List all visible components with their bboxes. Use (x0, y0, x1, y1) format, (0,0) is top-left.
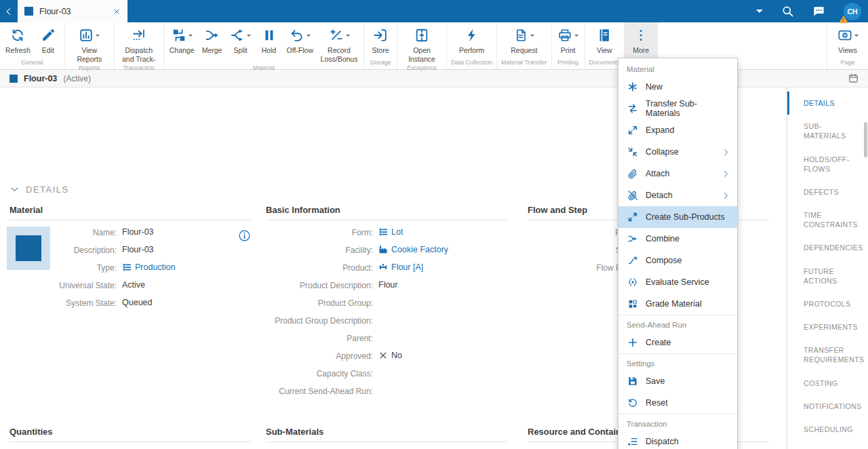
menu-item[interactable]: Create Sub-Products (618, 206, 737, 228)
viewdoc-icon (597, 28, 612, 43)
menu-item[interactable]: Grade Material (618, 293, 737, 315)
menu-section: Material New Transfer Sub-Materials (618, 60, 737, 315)
sidebar-item[interactable]: SCHEDULING (787, 418, 868, 441)
toolbar-button[interactable]: Perform (456, 22, 488, 55)
tab-flour-03[interactable]: Flour-03 (18, 0, 127, 22)
save-icon (627, 376, 638, 387)
menu-item[interactable]: Reset (618, 392, 737, 414)
toolbar-button[interactable]: Record Loss/Bonus (317, 22, 361, 63)
store-icon (373, 28, 388, 43)
toolbar-button-label: View Reports (71, 46, 108, 63)
panel-title: Sub-Materials (266, 427, 507, 442)
toolbar-button[interactable]: Store (366, 22, 395, 55)
toolbar-group: Views Page (827, 22, 868, 69)
lossbonus-icon (329, 28, 344, 43)
panel-material: Material Name: Flour-03 Description: (9, 205, 251, 315)
field-label: Product Group: (266, 297, 373, 309)
field-value[interactable]: Production (122, 262, 176, 272)
menu-item[interactable]: Save (618, 370, 737, 392)
sidebar-item[interactable]: MAPS (787, 441, 868, 449)
avatar[interactable]: CH ! (844, 3, 861, 20)
menu-item[interactable]: Combine (618, 228, 737, 250)
sidebar-item[interactable]: FUTURE ACTIONS (787, 260, 868, 292)
toolbar-button[interactable]: Off-Flow (283, 22, 317, 55)
menu-item[interactable]: Compose (618, 250, 737, 271)
subproducts-icon (627, 212, 638, 222)
toolbar-button[interactable]: View Reports (67, 22, 112, 63)
toolbar-button[interactable]: Split (226, 22, 255, 55)
field-value[interactable]: Cookie Factory (378, 244, 448, 254)
field-row: System State: Queued (9, 297, 251, 315)
menu-item-label: Create Sub-Products (646, 212, 725, 222)
toolbar-button[interactable]: Merge (198, 22, 226, 55)
chat-icon[interactable] (812, 5, 825, 18)
toolbar-button[interactable]: More (627, 22, 655, 55)
field-value[interactable]: Lot (378, 227, 403, 237)
info-icon[interactable] (238, 229, 251, 242)
field-label: Facility: (266, 244, 373, 256)
dropdown-caret-icon (96, 35, 100, 39)
toolbar-button-label: Merge (202, 46, 222, 55)
sidebar-item[interactable]: HOLDS/OFF-FLOWS (787, 148, 868, 180)
field-row: Product Description: Flour (266, 279, 507, 297)
sidebar-item[interactable]: DEPENDENCIES (787, 236, 868, 259)
calendar-icon[interactable] (848, 73, 859, 83)
toolbar-button[interactable]: Open Instance (399, 22, 444, 63)
details-section-toggle[interactable]: DETAILS (9, 184, 69, 195)
field-label: Product Description: (266, 279, 373, 291)
sidebar-item[interactable]: NOTIFICATIONS (787, 395, 868, 418)
toolbar-button[interactable]: View (590, 22, 618, 55)
back-button[interactable] (0, 0, 18, 22)
field-label: Form: (266, 227, 373, 238)
search-icon[interactable] (781, 5, 794, 18)
menu-item[interactable]: Evaluate Service (618, 271, 737, 293)
menu-section-header: Transaction (618, 414, 737, 431)
dropdown-caret-icon (307, 35, 311, 39)
toolbar-button[interactable]: Change (166, 22, 198, 55)
pencil-icon (41, 28, 56, 43)
sidebar-item[interactable]: DEFECTS (787, 180, 868, 203)
dispatchlist-icon (627, 436, 638, 447)
toolbar-group: Refresh Edit General (0, 22, 65, 69)
refresh-icon (10, 28, 25, 43)
menu-item[interactable]: Attach (618, 163, 737, 184)
toolbar-button[interactable]: Dispatch and Track- (117, 22, 161, 63)
toolbar-button[interactable]: Hold (255, 22, 283, 55)
field-row: Parent: (266, 332, 507, 350)
menu-item[interactable]: Collapse (618, 141, 737, 163)
close-tab-icon[interactable] (113, 7, 121, 16)
entity-state: (Active) (63, 74, 91, 83)
sidebar-item[interactable]: EXPERIMENTS (787, 315, 868, 338)
sidebar-item[interactable]: TIME CONSTRAINTS (787, 203, 868, 236)
sidebar-item[interactable]: DETAILS (787, 92, 868, 115)
menu-item[interactable]: Dispatch (618, 431, 737, 449)
sidebar-item[interactable]: SUB-MATERIALS (787, 115, 868, 147)
field-value[interactable]: Flour [A] (378, 262, 423, 272)
openinstance-icon (414, 28, 429, 43)
sidebar-item[interactable]: TRANSFER REQUIREMENTS (787, 338, 868, 371)
menu-item[interactable]: New (618, 76, 737, 98)
field-label: Universal State: (9, 279, 117, 291)
toolbar-button-label: Views (838, 46, 857, 55)
toolbar-button[interactable]: Views (833, 22, 862, 55)
menu-item[interactable]: Create (618, 332, 737, 353)
toolbar-button[interactable]: Print (554, 22, 583, 55)
menu-item-label: Combine (646, 234, 679, 243)
menu-section: Transaction Dispatch (618, 414, 737, 449)
sidebar-scrollbar[interactable] (864, 122, 867, 157)
collapse-icon (627, 147, 638, 157)
chevron-down-icon[interactable] (756, 9, 763, 16)
sidebar-item[interactable]: PROTOCOLS (787, 292, 868, 315)
menu-item[interactable]: Transfer Sub-Materials (618, 98, 737, 119)
chevron-left-icon (4, 7, 14, 16)
panel-title: Basic Information (266, 205, 507, 220)
toolbar-button[interactable]: Edit (34, 22, 62, 55)
menu-item[interactable]: Detach (618, 184, 737, 206)
toolbar-button[interactable]: Request (507, 22, 540, 55)
toolbar-button-label: View (597, 46, 612, 55)
sidebar-item[interactable]: COSTING (787, 372, 868, 395)
menu-item[interactable]: Expand (618, 119, 737, 141)
toolbar: Refresh Edit General (0, 22, 868, 70)
toolbar-button-label: More (633, 46, 649, 55)
toolbar-button[interactable]: Refresh (2, 22, 34, 55)
